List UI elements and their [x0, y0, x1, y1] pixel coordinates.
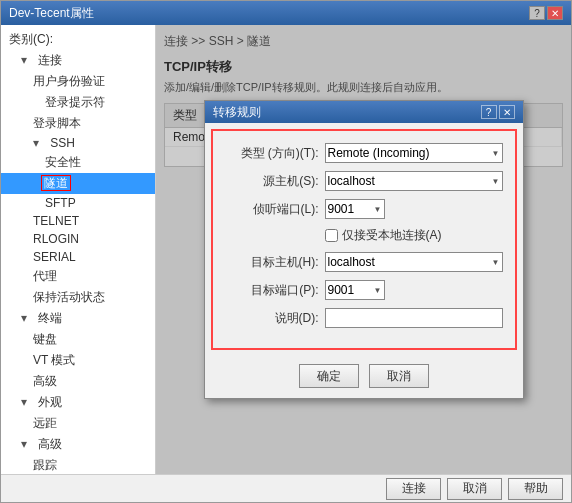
target-host-row: 目标主机(H): localhost ▼ — [225, 252, 503, 272]
title-buttons: ? ✕ — [529, 6, 563, 20]
sidebar-item-label: SERIAL — [29, 249, 80, 265]
sidebar-item-telnet[interactable]: TELNET — [1, 212, 155, 230]
source-host-control: localhost ▼ — [325, 171, 503, 191]
sidebar-item-proxy[interactable]: 代理 — [1, 266, 155, 287]
close-button[interactable]: ✕ — [547, 6, 563, 20]
sidebar-item-ssh[interactable]: ▾ SSH — [1, 134, 155, 152]
type-value: Remote (Incoming) — [328, 146, 430, 160]
source-host-value: localhost — [328, 174, 375, 188]
sidebar-item-label: 登录脚本 — [29, 115, 85, 131]
sidebar-item-label: 终端 — [34, 310, 66, 326]
source-host-dropdown[interactable]: localhost ▼ — [325, 171, 503, 191]
target-host-control: localhost ▼ — [325, 252, 503, 272]
dropdown-arrow-icon: ▼ — [374, 286, 382, 295]
dropdown-arrow-icon: ▼ — [492, 177, 500, 186]
desc-control — [325, 308, 503, 328]
sidebar-item-label: 高级 — [34, 436, 66, 452]
expand-icon: ▾ — [17, 437, 31, 451]
sidebar-item-label: 连接 — [34, 52, 66, 68]
type-dropdown[interactable]: Remote (Incoming) ▼ — [325, 143, 503, 163]
target-host-value: localhost — [328, 255, 375, 269]
type-label: 类型 (方向)(T): — [225, 145, 325, 162]
sidebar-item-sftp[interactable]: SFTP — [1, 194, 155, 212]
sidebar-item-label: 隧道 — [41, 175, 71, 191]
sidebar-label: 类别(C): — [1, 29, 155, 50]
sidebar-item-appearance[interactable]: ▾ 外观 — [1, 392, 155, 413]
sidebar-item-label: 高级 — [29, 373, 61, 389]
sidebar-item-rlogin[interactable]: RLOGIN — [1, 230, 155, 248]
help-bottom-button[interactable]: 帮助 — [508, 478, 563, 500]
sidebar-item-loginprompt[interactable]: 登录提示符 — [1, 92, 155, 113]
sidebar-item-label: VT 模式 — [29, 352, 79, 368]
sidebar-item-label: 跟踪 — [29, 457, 61, 473]
sidebar-item-label: SFTP — [41, 195, 80, 211]
sidebar-item-keyboard[interactable]: 键盘 — [1, 329, 155, 350]
dropdown-arrow-icon: ▼ — [492, 149, 500, 158]
target-host-label: 目标主机(H): — [225, 254, 325, 271]
sidebar-item-userauth[interactable]: 用户身份验证 — [1, 71, 155, 92]
cancel-bottom-button[interactable]: 取消 — [447, 478, 502, 500]
connect-button[interactable]: 连接 — [386, 478, 441, 500]
target-port-value: 9001 — [328, 283, 355, 297]
ok-button[interactable]: 确定 — [299, 364, 359, 388]
modal-dialog: 转移规则 ? ✕ 类型 (方向)(T): R — [204, 100, 524, 399]
expand-icon: ▾ — [17, 311, 31, 325]
target-host-dropdown[interactable]: localhost ▼ — [325, 252, 503, 272]
sidebar-item-vtmode[interactable]: VT 模式 — [1, 350, 155, 371]
content-area: 类别(C): ▾ 连接 用户身份验证 登录提示符 登录脚本 ▾ SSH 安全性 — [1, 25, 571, 474]
dropdown-arrow-icon: ▼ — [374, 205, 382, 214]
expand-icon: ▾ — [29, 136, 43, 150]
modal-title-bar: 转移规则 ? ✕ — [205, 101, 523, 123]
type-control: Remote (Incoming) ▼ — [325, 143, 503, 163]
source-host-label: 源主机(S): — [225, 173, 325, 190]
sidebar-item-label: 代理 — [29, 268, 61, 284]
modal-close-button[interactable]: ✕ — [499, 105, 515, 119]
sidebar-item-distance[interactable]: 远距 — [1, 413, 155, 434]
target-port-label: 目标端口(P): — [225, 282, 325, 299]
sidebar-item-advanced[interactable]: ▾ 高级 — [1, 434, 155, 455]
listen-port-row: 侦听端口(L): 9001 ▼ — [225, 199, 503, 219]
sidebar-item-terminal[interactable]: ▾ 终端 — [1, 308, 155, 329]
sidebar-item-keepalive[interactable]: 保持活动状态 — [1, 287, 155, 308]
sidebar-item-security[interactable]: 安全性 — [1, 152, 155, 173]
sidebar-item-label: RLOGIN — [29, 231, 83, 247]
sidebar-item-label: 保持活动状态 — [29, 289, 109, 305]
modal-title: 转移规则 — [213, 104, 261, 121]
sidebar-item-serial[interactable]: SERIAL — [1, 248, 155, 266]
bottom-bar: 连接 取消 帮助 — [1, 474, 571, 502]
listen-port-control: 9001 ▼ — [325, 199, 503, 219]
sidebar-item-connect[interactable]: ▾ 连接 — [1, 50, 155, 71]
title-bar: Dev-Tecent属性 ? ✕ — [1, 1, 571, 25]
sidebar-item-loginscript[interactable]: 登录脚本 — [1, 113, 155, 134]
target-port-dropdown[interactable]: 9001 ▼ — [325, 280, 385, 300]
listen-port-dropdown[interactable]: 9001 ▼ — [325, 199, 385, 219]
window-title: Dev-Tecent属性 — [9, 5, 94, 22]
modal-title-btns: ? ✕ — [481, 105, 515, 119]
dropdown-arrow-icon: ▼ — [492, 258, 500, 267]
sidebar-item-label: 用户身份验证 — [29, 73, 109, 89]
sidebar-item-advanced-terminal[interactable]: 高级 — [1, 371, 155, 392]
listen-port-label: 侦听端口(L): — [225, 201, 325, 218]
local-only-checkbox[interactable] — [325, 229, 338, 242]
sidebar-item-label: 远距 — [29, 415, 61, 431]
sidebar-item-label: TELNET — [29, 213, 83, 229]
expand-icon: ▾ — [17, 395, 31, 409]
sidebar-item-tunnel[interactable]: 隧道 — [1, 173, 155, 194]
target-port-row: 目标端口(P): 9001 ▼ — [225, 280, 503, 300]
local-only-row: 仅接受本地连接(A) — [225, 227, 503, 244]
help-button[interactable]: ? — [529, 6, 545, 20]
main-panel: 连接 >> SSH > 隧道 TCP/IP转移 添加/编辑/删除TCP/IP转移… — [156, 25, 571, 474]
sidebar-item-tracking[interactable]: 跟踪 — [1, 455, 155, 474]
local-only-label: 仅接受本地连接(A) — [342, 227, 442, 244]
sidebar-item-label: SSH — [46, 135, 79, 151]
modal-body: 类型 (方向)(T): Remote (Incoming) ▼ 源主机(S): — [211, 129, 517, 350]
source-host-row: 源主机(S): localhost ▼ — [225, 171, 503, 191]
main-window: Dev-Tecent属性 ? ✕ 类别(C): ▾ 连接 用户身份验证 登录提示… — [0, 0, 572, 503]
modal-footer: 确定 取消 — [205, 356, 523, 398]
sidebar-item-label: 安全性 — [41, 154, 85, 170]
sidebar-item-label: 登录提示符 — [41, 94, 109, 110]
modal-help-button[interactable]: ? — [481, 105, 497, 119]
target-port-control: 9001 ▼ — [325, 280, 503, 300]
cancel-button[interactable]: 取消 — [369, 364, 429, 388]
desc-input[interactable] — [325, 308, 503, 328]
